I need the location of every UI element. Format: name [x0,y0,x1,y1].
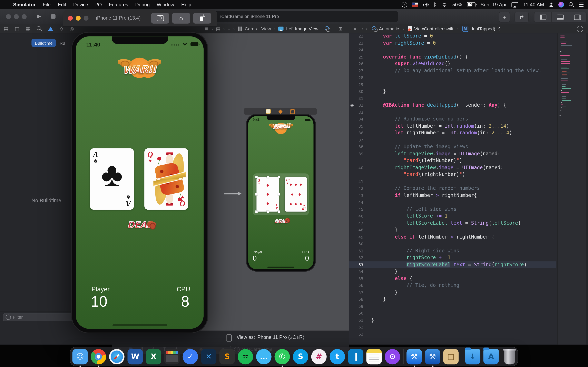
project-navigator-icon[interactable]: ▤ [4,26,8,32]
code-line-40[interactable]: 40 rightImageView.image = UIImage(named: [349,164,556,171]
code-line-33[interactable]: 33 [349,109,556,116]
breadcrumb-scope[interactable]: Automatic [379,26,399,31]
code-line-36[interactable]: 36 let rightNumber = Int.random(in: 2...… [349,130,556,137]
breadcrumb-symbol[interactable]: dealTapped(_:) [471,26,501,31]
menu-item-device[interactable]: Device [73,2,88,8]
code-line-35[interactable]: 35 let leftNumber = Int.random(in: 2...1… [349,123,556,130]
code-line-43[interactable]: 43 if leftNumber > rightNumber{ [349,192,556,199]
code-line-34[interactable]: 34 // Randomise some numbers [349,116,556,123]
code-review-icon[interactable]: … [577,26,583,32]
dock-excel[interactable]: X [146,349,161,364]
ib-device-preview[interactable]: 9:41 WAR!! 3♦ 3♦ ♦♦♦ [246,114,316,271]
run-button[interactable]: ▶ [37,13,41,19]
ib-deal-button[interactable]: DEAL [273,217,289,224]
menu-time[interactable]: 11:40 AM [523,2,544,8]
stop-button[interactable] [51,14,56,19]
view-icon[interactable]: ≡ [228,26,230,31]
menu-item-features[interactable]: Features [109,2,128,8]
code-line-45[interactable]: 45 // Left side wins [349,206,556,213]
exit-segue-icon[interactable] [290,109,295,114]
issue-navigator-icon[interactable] [48,26,53,31]
dock-installer[interactable]: ◫ [443,349,458,364]
code-line-wrap[interactable]: "card\(leftNumber)") [349,157,556,164]
menu-item-io[interactable]: I/O [95,2,102,8]
code-line-46[interactable]: 46 leftScore += 1 [349,213,556,220]
dock-sublime-text[interactable]: S [219,349,234,364]
window-minimize-button[interactable] [14,14,19,19]
code-line-58[interactable]: 58 } [349,296,556,303]
back-icon[interactable]: ‹ [362,26,363,32]
symbol-navigator-icon[interactable]: ▦ [26,26,30,32]
menu-item-file[interactable]: File [43,2,51,8]
code-line-51[interactable]: 51 // Right side wins [349,247,556,254]
window-close-button[interactable] [6,14,11,19]
code-line-56[interactable]: 56 // Tie, do nothing [349,282,556,289]
status-check-icon[interactable]: ✓ [402,2,407,8]
code-line-39[interactable]: 39 leftImageView.image = UIImage(named: [349,150,556,157]
home-button[interactable]: ⌂ [172,13,190,24]
code-line-57[interactable]: 57 } [349,289,556,296]
dock-final-cut-pro[interactable] [164,349,180,364]
code-line-50[interactable]: 50 [349,240,556,247]
dock-trello[interactable]: ‖ [348,349,363,364]
battery-charging-icon[interactable]: ϟ [467,2,476,7]
add-editor-button[interactable]: + [499,12,510,22]
dock-trash[interactable] [502,349,517,364]
screenshot-button[interactable] [151,13,169,24]
close-editor-icon[interactable]: × [354,26,357,32]
dock-skype[interactable]: S [293,349,308,364]
jump-stack-view[interactable]: Cards…View [245,26,271,31]
dock-word[interactable]: W [127,349,143,364]
code-line-23[interactable]: 23 var rightScore = 0 [349,40,556,47]
dock-xcode-beta[interactable]: ⚒ [425,349,440,364]
code-line-41[interactable]: 41 [349,178,556,185]
code-line-55[interactable]: 55 else { [349,275,556,282]
code-line-26[interactable]: 26 super.viewDidLoad() [349,60,556,67]
sim-close-button[interactable] [68,16,73,21]
dock-safari[interactable] [109,349,124,364]
code-area[interactable]: 22 var leftScore = 023 var rightScore = … [349,33,556,345]
bluetooth-icon[interactable]: ᛒ [434,2,437,7]
code-line-48[interactable]: 48 } [349,226,556,234]
dock-twitter[interactable]: t [329,349,345,364]
code-line-61[interactable]: 61} [349,317,556,324]
code-line-wrap[interactable]: "card\(rightNumber)") [349,171,556,178]
editor-orientation-button[interactable]: ⇄ [515,12,529,22]
dock-finder[interactable]: ☺ [72,349,87,364]
menu-item-edit[interactable]: Edit [58,2,66,8]
dock-dev-x-app[interactable]: ✕ [201,349,216,364]
dock-whatsapp[interactable]: ✆ [274,349,290,364]
home-indicator[interactable] [112,324,167,326]
view-as-label[interactable]: View as: iPhone 11 Pro (wC hR) [237,334,304,340]
rotate-button[interactable] [193,13,211,24]
menu-date[interactable]: Sun, 19 Apr [480,2,507,8]
jump-image-view[interactable]: Left Image View [286,26,319,31]
dock-podcasts[interactable]: ⊙ [385,349,400,364]
wifi-menu-icon[interactable] [441,2,447,7]
window-zoom-button[interactable] [22,14,27,19]
code-line-25[interactable]: 25 override func viewDidLoad() { [349,53,556,60]
code-line-28[interactable]: 28 [349,74,556,81]
counterparts-icon[interactable] [372,26,377,31]
ib-card-10-diamonds[interactable]: 10♦ 10♦ ♦♦♦♦♦♦♦♦ [285,177,307,212]
code-line-52[interactable]: 52 rightScore += 1 [349,254,556,261]
menu-item-window[interactable]: Window [157,2,174,8]
siri-icon[interactable] [558,2,564,8]
code-line-53[interactable]: 53 rightScoreLabel.text = String(rightSc… [349,261,556,268]
menu-item-simulator[interactable]: Simulator [13,2,35,8]
dock-spotify[interactable]: ♒ [238,349,253,364]
test-navigator-icon[interactable]: ◇ [60,26,63,32]
ib-card-3-diamonds[interactable]: 3♦ 3♦ ♦♦♦ [256,177,279,212]
code-line-63[interactable]: 63 [349,331,556,337]
view-controller-icon[interactable] [266,109,271,114]
toggle-debug-area-button[interactable] [552,12,569,22]
sim-minimize-button[interactable] [76,16,81,21]
code-line-47[interactable]: 47 leftScoreLabel.text = String(leftScor… [349,220,556,226]
code-line-60[interactable]: 60 [349,310,556,317]
code-line-59[interactable]: 59 [349,303,556,310]
code-line-37[interactable]: 37 [349,136,556,143]
menu-item-debug[interactable]: Debug [135,2,150,8]
code-line-30[interactable]: 30 } [349,88,556,95]
simulator-title-bar[interactable]: iPhone 11 Pro (13.4) ⌂ [63,10,217,27]
code-line-22[interactable]: 22 var leftScore = 0 [349,33,556,40]
